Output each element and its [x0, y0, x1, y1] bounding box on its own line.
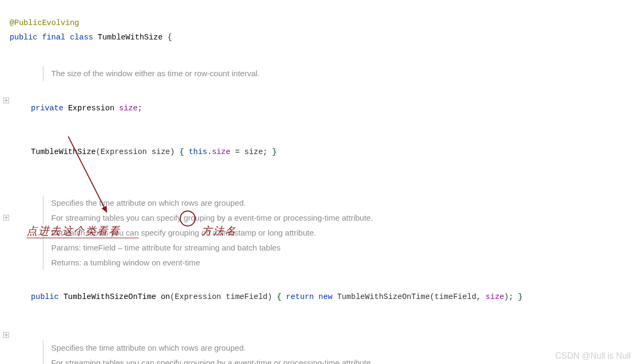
method-on-expression: public TumbleWithSizeOnTime on(Expressio… — [10, 290, 636, 305]
fold-icon[interactable] — [3, 215, 9, 221]
field-declaration: private Expression size; — [10, 101, 636, 116]
fold-icon[interactable] — [3, 332, 9, 338]
watermark: CSDN @Null is Null — [555, 351, 631, 361]
underline — [27, 238, 139, 238]
class-declaration: public final class TumbleWithSize { — [10, 33, 172, 42]
editor-gutter — [0, 0, 10, 364]
javadoc-block: Specifies the time attribute on which ro… — [43, 341, 531, 365]
annotation: @PublicEvolving — [10, 19, 79, 27]
handwritten-note-class: 点进去这个类看看 — [27, 224, 120, 238]
handwritten-note-method: 方法名 — [202, 224, 237, 238]
constructor: TumbleWithSize(Expression size) { this.s… — [10, 145, 636, 160]
fold-icon[interactable] — [3, 98, 9, 103]
javadoc-block: The size of the window either as time or… — [43, 66, 531, 81]
code-editor[interactable]: @PublicEvolving public final class Tumbl… — [10, 0, 636, 364]
